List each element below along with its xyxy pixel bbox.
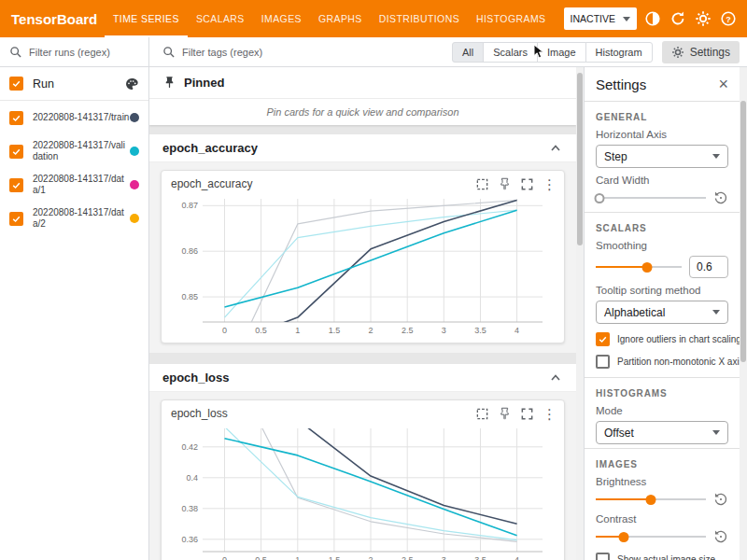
gear-icon[interactable] (694, 9, 712, 28)
run-checkbox[interactable] (9, 145, 23, 159)
fullscreen-icon[interactable] (520, 407, 534, 421)
reset-brightness-icon[interactable] (713, 492, 728, 507)
contrast-row (596, 529, 728, 544)
card-header: epoch_loss ⋮ (162, 400, 564, 421)
smoothing-input[interactable]: 0.6 (689, 256, 728, 278)
section-epoch-accuracy: epoch_accuracy epoch_accuracy ⋮ (149, 134, 576, 353)
runs-sidebar: Run 20220808-141317/train 20220808-14131… (0, 67, 149, 560)
horizontal-axis-select[interactable]: Step (596, 145, 728, 168)
section-header[interactable]: epoch_accuracy (149, 134, 576, 162)
settings-title: Settings (596, 77, 646, 92)
scrollbar-thumb[interactable] (577, 73, 583, 245)
horizontal-axis-value: Step (604, 150, 627, 163)
pinned-empty-hint: Pin cards for a quick view and compariso… (149, 99, 576, 125)
filter-runs-input[interactable]: Filter runs (regex) (0, 37, 149, 66)
select-all-runs-checkbox[interactable] (9, 77, 23, 91)
partition-x-row: Partition non-monotonic X axis (596, 355, 728, 369)
main-scrollbar[interactable] (576, 67, 584, 560)
smoothing-slider[interactable] (596, 260, 682, 273)
run-checkbox[interactable] (9, 178, 23, 192)
chevron-up-icon[interactable] (548, 371, 563, 385)
show-actual-size-checkbox[interactable] (596, 553, 610, 560)
pinned-header[interactable]: Pinned (149, 67, 576, 99)
smoothing-row: 0.6 (596, 256, 728, 278)
tooltip-sort-value: Alphabetical (604, 306, 665, 319)
partition-x-checkbox[interactable] (596, 355, 610, 369)
run-color-dot[interactable] (130, 113, 139, 122)
run-row-data-2[interactable]: 20220808-141317/data/2 (0, 202, 148, 235)
run-color-dot[interactable] (130, 180, 139, 189)
brightness-slider[interactable] (596, 493, 706, 506)
run-label: 20220808-141317/data/2 (33, 207, 130, 231)
contrast-label: Contrast (596, 513, 728, 525)
tab-distributions[interactable]: DISTRIBUTIONS (371, 0, 468, 37)
status-dropdown[interactable]: INACTIVE (564, 7, 637, 30)
filter-tags-input[interactable]: Filter tags (regex) (162, 46, 262, 59)
slider-thumb[interactable] (642, 262, 653, 273)
run-color-dot[interactable] (130, 214, 139, 223)
chevron-up-icon[interactable] (548, 141, 563, 156)
app-body: Run 20220808-141317/train 20220808-14131… (0, 67, 747, 560)
chevron-down-icon (712, 430, 720, 435)
tab-time-series[interactable]: TIME SERIES (105, 0, 188, 37)
svg-text:4: 4 (514, 555, 519, 560)
scrollbar-thumb[interactable] (740, 101, 746, 362)
contrast-icon[interactable] (643, 9, 662, 28)
show-actual-size-label: Show actual image size (617, 554, 715, 560)
pinned-title: Pinned (184, 76, 224, 90)
partition-x-label: Partition non-monotonic X axis (617, 357, 740, 367)
pin-card-icon[interactable] (498, 177, 512, 191)
tag-filter-group: All Scalars Image Histogram (452, 42, 653, 63)
run-row-validation[interactable]: 20220808-141317/validation (0, 134, 148, 168)
svg-text:3.5: 3.5 (474, 555, 486, 560)
tooltip-sort-select[interactable]: Alphabetical (596, 301, 728, 324)
reset-card-width-icon[interactable] (713, 190, 728, 205)
run-color-dot[interactable] (130, 147, 139, 156)
settings-scrollbar[interactable] (740, 67, 747, 560)
run-checkbox[interactable] (9, 212, 23, 226)
pin-card-icon[interactable] (498, 407, 512, 421)
refresh-icon[interactable] (669, 9, 687, 28)
filter-image-button[interactable]: Image (537, 42, 586, 63)
fullscreen-icon[interactable] (520, 177, 534, 191)
search-icon (9, 46, 22, 59)
filter-histogram-button[interactable]: Histogram (585, 42, 653, 63)
close-icon[interactable]: × (718, 76, 728, 92)
histogram-mode-select[interactable]: Offset (596, 421, 728, 444)
svg-text:0.5: 0.5 (255, 555, 267, 560)
card-width-slider[interactable] (596, 191, 706, 204)
card-title: epoch_accuracy (171, 177, 252, 190)
run-checkbox[interactable] (9, 111, 23, 125)
epoch-accuracy-chart[interactable]: 00.511.522.533.540.850.860.87 (162, 193, 552, 339)
slider-thumb[interactable] (646, 495, 656, 505)
tab-graphs[interactable]: GRAPHS (310, 0, 371, 37)
tooltip-sort-label: Tooltip sorting method (596, 285, 728, 296)
epoch-loss-chart[interactable]: 00.511.522.533.540.360.380.40.42 (162, 423, 552, 560)
app-logo[interactable]: TensorBoard (11, 0, 105, 37)
tab-histograms[interactable]: HISTOGRAMS (468, 0, 554, 37)
slider-thumb[interactable] (594, 193, 604, 203)
filter-scalars-button[interactable]: Scalars (483, 42, 538, 63)
more-options-icon[interactable]: ⋮ (543, 407, 557, 421)
fit-domain-icon[interactable] (475, 407, 489, 421)
svg-text:0.36: 0.36 (181, 535, 198, 544)
ignore-outliers-checkbox[interactable] (596, 332, 610, 346)
help-icon[interactable]: ? (719, 9, 738, 28)
filter-all-button[interactable]: All (452, 42, 484, 63)
smoothing-label: Smoothing (596, 240, 728, 251)
palette-icon[interactable] (124, 77, 139, 91)
section-header[interactable]: epoch_loss (149, 364, 576, 392)
more-options-icon[interactable]: ⋮ (543, 177, 557, 191)
reset-contrast-icon[interactable] (713, 529, 728, 544)
fit-domain-icon[interactable] (475, 177, 489, 191)
settings-button-label: Settings (690, 46, 730, 59)
tab-images[interactable]: IMAGES (253, 0, 310, 37)
run-row-train[interactable]: 20220808-141317/train (0, 101, 148, 134)
cards-area: Pinned Pin cards for a quick view and co… (149, 67, 576, 560)
contrast-slider[interactable] (596, 530, 706, 543)
run-row-data-1[interactable]: 20220808-141317/data/1 (0, 168, 148, 202)
settings-button[interactable]: Settings (662, 41, 740, 63)
tab-scalars[interactable]: SCALARS (188, 0, 253, 37)
slider-thumb[interactable] (618, 532, 628, 542)
svg-text:2.5: 2.5 (402, 326, 414, 335)
